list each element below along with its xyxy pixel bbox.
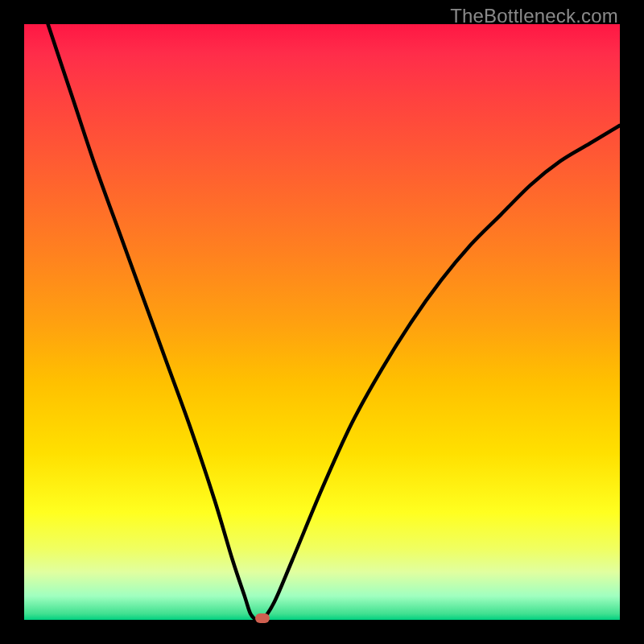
- chart-frame: TheBottleneck.com: [0, 0, 644, 644]
- optimal-point-marker: [255, 613, 270, 623]
- plot-area: [24, 24, 620, 620]
- bottleneck-curve: [24, 24, 620, 620]
